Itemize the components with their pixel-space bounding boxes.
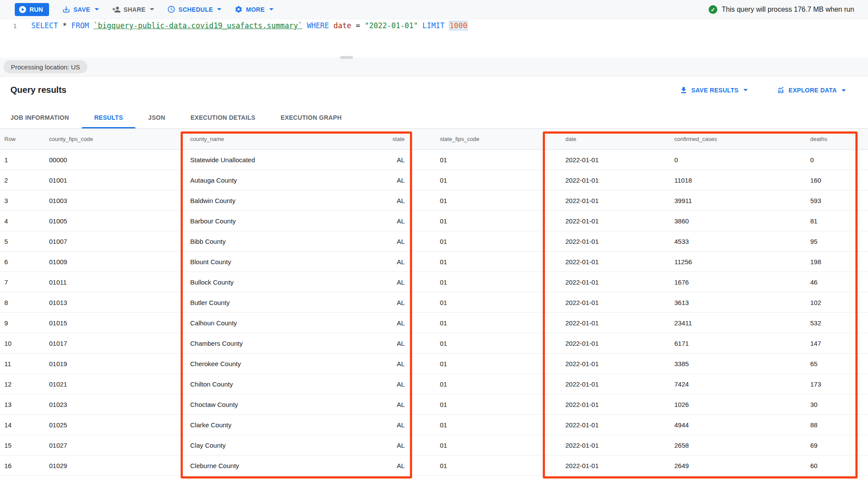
table-cell: AL [334,258,440,265]
table-cell: AL [334,462,440,469]
table-cell: 01011 [49,279,190,286]
gear-icon [234,5,243,13]
column-header-county-name: county_name [190,136,334,142]
run-button-label: RUN [30,6,43,13]
table-body: 100000Statewide UnallocatedAL012022-01-0… [0,150,868,476]
table-cell: 7424 [674,380,810,388]
table-cell: 2022-01-01 [565,177,674,184]
table-cell: Chambers County [190,340,334,347]
table-cell: 23411 [674,319,810,327]
table-cell: 39911 [674,197,810,204]
table-cell: 2022-01-01 [565,319,674,327]
splitter-drag-handle[interactable] [340,56,353,59]
processing-location-chip: Processing location: US [3,60,87,73]
save-button-label: SAVE [73,6,90,13]
table-cell: 147 [810,340,868,347]
table-cell: 2022-01-01 [565,421,674,429]
table-cell: 2022-01-01 [565,217,674,225]
save-button[interactable]: SAVE [62,5,99,13]
chevron-down-icon [743,89,748,91]
results-header: Query results SAVE RESULTS EXPLORE DATA [0,76,868,106]
table-cell: 3860 [674,217,810,225]
schedule-button-label: SCHEDULE [178,6,213,13]
column-header-county-fips-code: county_fips_code [49,136,190,142]
sql-editor[interactable]: 1 SELECT * FROM `bigquery-public-data.co… [0,19,868,58]
table-row: 501007Bibb CountyAL012022-01-01453395 [0,231,868,252]
table-cell: Butler County [190,299,334,306]
table-cell: 01 [440,177,565,184]
table-cell: 8 [0,299,49,306]
table-cell: AL [334,217,440,225]
table-cell: 2649 [674,462,810,469]
tab-results[interactable]: RESULTS [82,106,135,128]
table-row: 201001Autauga CountyAL012022-01-01110181… [0,170,868,190]
share-button[interactable]: SHARE [112,5,155,14]
results-tab-bar: JOB INFORMATION RESULTS JSON EXECUTION D… [0,106,868,129]
tab-json[interactable]: JSON [135,106,178,128]
explore-data-button[interactable]: EXPLORE DATA [776,86,846,95]
table-cell: 01029 [49,462,190,469]
table-cell: 01 [440,462,565,469]
table-cell: 102 [810,299,868,306]
table-cell: 01 [440,279,565,286]
chevron-down-icon [217,8,221,10]
table-cell: 2022-01-01 [565,360,674,367]
table-cell: 12 [0,380,49,388]
query-validation-status: ✓ This query will process 176.7 MB when … [709,0,854,19]
table-cell: 01013 [49,299,190,306]
table-cell: 01 [440,442,565,449]
chevron-down-icon [269,8,274,10]
query-token-plain [445,21,449,30]
query-token-keyword: SELECT [31,21,58,30]
query-token-plain [89,21,93,30]
table-cell: Statewide Unallocated [190,156,334,164]
tab-execution-details[interactable]: EXECUTION DETAILS [178,106,268,128]
table-cell: 4533 [674,238,810,245]
tab-execution-graph[interactable]: EXECUTION GRAPH [268,106,354,128]
more-button-label: MORE [246,6,264,13]
table-cell: 173 [810,380,868,388]
table-cell: 0 [810,156,868,164]
table-row: 401005Barbour CountyAL012022-01-01386081 [0,211,868,231]
query-token-plain: = [351,21,365,30]
play-icon [19,6,26,13]
schedule-button[interactable]: SCHEDULE [167,5,221,13]
table-cell: 01 [440,360,565,367]
table-cell: 2022-01-01 [565,197,674,204]
table-cell: 1026 [674,401,810,408]
table-cell: 01003 [49,197,190,204]
query-token-keyword: LIMIT [422,21,445,30]
table-cell: 5 [0,238,49,245]
table-cell: 11 [0,360,49,367]
table-cell: AL [334,177,440,184]
status-message: This query will process 176.7 MB when ru… [722,6,854,13]
table-cell: 01 [440,156,565,164]
table-cell: AL [334,380,440,388]
more-button[interactable]: MORE [234,5,273,13]
query-line[interactable]: SELECT * FROM `bigquery-public-data.covi… [31,21,468,30]
table-row: 301003Baldwin CountyAL012022-01-01399115… [0,190,868,211]
query-token-number-selected: 1000 [449,21,468,30]
chevron-down-icon [842,89,846,92]
tab-job-information[interactable]: JOB INFORMATION [10,106,82,128]
chevron-down-icon [150,8,154,10]
table-cell: 01 [440,238,565,245]
table-cell: 01 [440,421,565,429]
table-cell: 7 [0,279,49,286]
table-cell: AL [334,238,440,245]
table-cell: 2022-01-01 [565,238,674,245]
table-row: 1301023Choctaw CountyAL012022-01-0110263… [0,394,868,415]
table-cell: 01007 [49,238,190,245]
table-cell: 2022-01-01 [565,279,674,286]
table-cell: 01019 [49,360,190,367]
save-results-button[interactable]: SAVE RESULTS [680,86,748,94]
table-cell: 3385 [674,360,810,367]
table-cell: 593 [810,197,868,204]
table-cell: AL [334,279,440,286]
table-cell: 0 [674,156,810,164]
table-cell: 4 [0,217,49,225]
table-cell: 11018 [674,177,810,184]
query-token-plain [302,21,307,30]
table-cell: AL [334,299,440,306]
run-button[interactable]: RUN [15,3,49,16]
